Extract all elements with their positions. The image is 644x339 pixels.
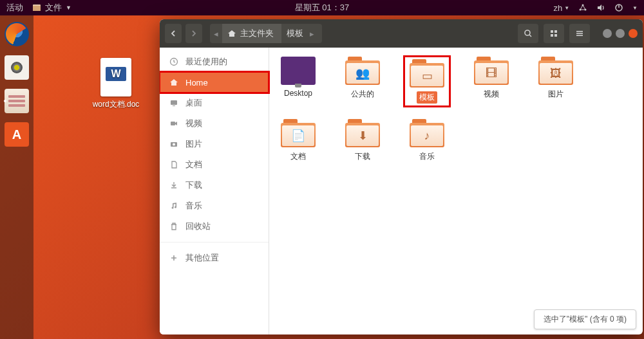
svg-rect-16	[173, 105, 175, 106]
svg-rect-10	[554, 34, 557, 37]
download-icon	[169, 180, 179, 190]
plus-icon	[169, 253, 179, 263]
chevron-right-icon: ▸	[310, 29, 314, 39]
launcher-dock: A	[0, 15, 33, 339]
nav-forward-button[interactable]	[185, 24, 202, 43]
window-close-button[interactable]	[629, 29, 638, 38]
folder-item-documents[interactable]: 📄 文档	[276, 119, 321, 162]
sidebar-item-downloads[interactable]: 下载	[160, 175, 269, 196]
file-manager-sidebar: 最近使用的 Home 桌面 视频 图片 文档	[160, 48, 269, 334]
svg-point-19	[173, 143, 175, 146]
svg-point-6	[525, 30, 530, 35]
file-manager-window: ◂ 主文件夹 模板 ▸	[160, 19, 643, 334]
top-panel: 活动 文件 ▼ 星期五 01：37 zh ▼ ▼	[0, 0, 644, 15]
activities-button[interactable]: 活动	[6, 2, 23, 14]
desktop-icon	[169, 98, 179, 108]
launcher-files[interactable]	[3, 87, 30, 115]
folder-icon: 🖼	[538, 57, 573, 85]
video-icon	[169, 118, 179, 129]
folder-item-downloads[interactable]: ⬇ 下载	[340, 119, 385, 162]
sidebar-item-documents[interactable]: 文档	[160, 154, 269, 175]
monitor-icon	[281, 57, 316, 85]
path-back-chevron[interactable]: ◂	[210, 24, 222, 43]
folder-item-templates[interactable]: ▭ 模板	[404, 57, 450, 106]
path-bar: ◂ 主文件夹 模板 ▸	[210, 24, 322, 43]
view-toggle-button[interactable]	[544, 24, 564, 43]
desktop-file-word[interactable]: word文档.doc	[90, 58, 142, 110]
svg-rect-1	[33, 6, 41, 11]
launcher-rhythmbox[interactable]	[3, 54, 30, 81]
folder-item-pictures[interactable]: 🖼 图片	[533, 57, 578, 106]
folder-icon: 🎞	[474, 57, 509, 85]
svg-rect-13	[576, 35, 583, 36]
window-minimize-button[interactable]	[603, 29, 612, 38]
folder-item-videos[interactable]: 🎞 视频	[469, 57, 514, 106]
file-manager-headerbar: ◂ 主文件夹 模板 ▸	[160, 19, 643, 48]
window-maximize-button[interactable]	[616, 29, 625, 38]
folder-icon: ⬇	[345, 119, 380, 147]
home-icon	[169, 77, 179, 87]
folder-item-music[interactable]: ♪ 音乐	[404, 119, 450, 162]
chevron-down-icon: ▼	[564, 5, 569, 11]
folder-grid: Desktop 👥 公共的 ▭ 模板 🎞 视频 🖼 图片	[276, 57, 636, 162]
files-app-icon	[32, 3, 41, 12]
sidebar-item-videos[interactable]: 视频	[160, 113, 269, 134]
launcher-software[interactable]: A	[3, 121, 30, 148]
svg-rect-8	[554, 30, 557, 33]
svg-rect-9	[551, 34, 553, 37]
power-icon[interactable]	[614, 3, 623, 12]
folder-icon: ♪	[410, 119, 444, 147]
chevron-down-icon: ▼	[66, 5, 71, 11]
word-document-icon	[100, 58, 131, 96]
clock-icon	[169, 57, 179, 67]
sidebar-item-home[interactable]: Home	[160, 72, 269, 93]
document-icon	[169, 160, 179, 170]
folder-item-public[interactable]: 👥 公共的	[340, 57, 385, 106]
sidebar-item-trash[interactable]: 回收站	[160, 216, 269, 237]
sidebar-item-desktop[interactable]: 桌面	[160, 93, 269, 113]
volume-icon[interactable]	[596, 3, 605, 12]
folder-icon: ▭	[410, 59, 444, 87]
desktop-file-label: word文档.doc	[90, 99, 142, 110]
folder-icon: 👥	[345, 57, 380, 85]
status-bar: 选中了"模板" (含有 0 项)	[534, 309, 636, 329]
sidebar-item-recent[interactable]: 最近使用的	[160, 51, 269, 72]
hamburger-menu-button[interactable]	[569, 24, 590, 43]
chevron-down-icon: ▼	[632, 5, 638, 11]
search-button[interactable]	[518, 24, 538, 43]
svg-rect-17	[171, 122, 175, 125]
active-app-menu[interactable]: 文件 ▼	[32, 2, 71, 14]
sidebar-item-pictures[interactable]: 图片	[160, 134, 269, 154]
clock[interactable]: 星期五 01：37	[295, 2, 350, 14]
nav-back-button[interactable]	[165, 24, 182, 43]
svg-rect-11	[576, 31, 583, 32]
folder-item-desktop[interactable]: Desktop	[276, 57, 321, 106]
home-icon	[227, 29, 236, 38]
launcher-firefox[interactable]	[3, 21, 30, 48]
input-method-indicator[interactable]: zh ▼	[553, 3, 569, 13]
file-manager-content[interactable]: Desktop 👥 公共的 ▭ 模板 🎞 视频 🖼 图片	[269, 48, 643, 334]
sidebar-item-other-locations[interactable]: 其他位置	[160, 248, 269, 268]
path-home[interactable]: 主文件夹	[222, 24, 281, 43]
network-icon[interactable]	[578, 3, 587, 12]
music-icon	[169, 201, 179, 211]
svg-rect-15	[171, 100, 177, 105]
folder-icon: 📄	[281, 119, 316, 147]
trash-icon	[169, 221, 179, 232]
path-current[interactable]: 模板 ▸	[281, 24, 322, 43]
svg-rect-7	[551, 30, 553, 33]
sidebar-item-music[interactable]: 音乐	[160, 196, 269, 216]
camera-icon	[169, 139, 179, 149]
svg-rect-12	[576, 33, 583, 34]
